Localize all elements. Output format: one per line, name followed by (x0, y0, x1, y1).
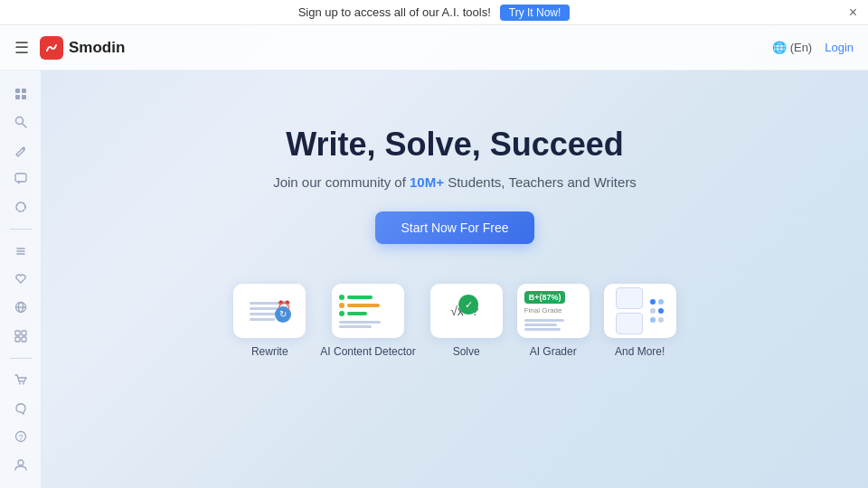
hero-title-bold: Succeed (490, 126, 624, 163)
sidebar-item-home[interactable] (5, 81, 36, 106)
nav-right: 🌐 (En) Login (772, 41, 854, 54)
svg-point-21 (18, 460, 24, 465)
features-row: ⏰ ↻ Rewrite (233, 284, 675, 358)
feature-detector-visual (332, 284, 404, 338)
sidebar-item-chat[interactable] (5, 166, 36, 191)
feature-solve-label: Solve (453, 345, 480, 358)
language-button[interactable]: 🌐 (En) (772, 41, 812, 54)
sidebar-item-favorites[interactable] (5, 267, 36, 291)
sidebar-item-support[interactable] (5, 396, 36, 420)
top-banner: Sign up to access all of our A.I. tools!… (0, 0, 868, 25)
sidebar-item-grid[interactable] (5, 324, 36, 348)
svg-rect-0 (15, 89, 20, 93)
sidebar-item-help[interactable]: ? (5, 424, 36, 448)
svg-point-17 (19, 383, 21, 385)
feature-detector-label: AI Content Detector (320, 345, 415, 358)
svg-line-5 (23, 124, 26, 127)
feature-and-more[interactable]: And More! (604, 284, 676, 358)
menu-icon[interactable]: ☰ (14, 38, 29, 58)
hero-title-part1: Write, Solve, (286, 126, 489, 163)
svg-rect-3 (22, 95, 26, 99)
feature-ai-grader[interactable]: B+(87%) Final Grade AI Grader (517, 284, 590, 358)
feature-solve-visual: √x² ? ✓ (430, 284, 503, 338)
hero-subtitle-highlight: 10M+ (410, 174, 444, 190)
feature-more-visual (604, 284, 676, 338)
hero-subtitle-post: Students, Teachers and Writers (444, 174, 637, 190)
svg-rect-13 (15, 331, 20, 335)
svg-rect-16 (22, 337, 26, 342)
main-content: Write, Solve, Succeed Join our community… (42, 70, 868, 488)
sidebar-divider-2 (10, 358, 32, 359)
try-now-button[interactable]: Try It Now! (500, 5, 571, 21)
feature-rewrite-label: Rewrite (251, 345, 288, 358)
logo-text: Smodin (69, 39, 125, 57)
svg-rect-15 (15, 337, 20, 342)
feature-ai-content-detector[interactable]: AI Content Detector (320, 284, 415, 358)
sidebar-item-list[interactable] (5, 239, 36, 263)
feature-more-label: And More! (615, 345, 665, 358)
feature-rewrite-visual: ⏰ ↻ (233, 284, 306, 338)
banner-close-button[interactable]: × (849, 5, 857, 20)
navbar: ☰ Smodin 🌐 (En) Login (0, 25, 868, 70)
svg-rect-2 (15, 95, 20, 99)
start-now-button[interactable]: Start Now For Free (375, 211, 533, 244)
sidebar-divider-1 (10, 229, 32, 230)
feature-solve[interactable]: √x² ? ✓ Solve (430, 284, 503, 358)
sidebar: ? (0, 70, 42, 488)
logo-icon (40, 36, 63, 60)
feature-grader-label: AI Grader (530, 345, 577, 358)
sidebar-item-cart[interactable] (5, 367, 36, 391)
banner-message: Sign up to access all of our A.I. tools! (298, 5, 491, 19)
feature-rewrite[interactable]: ⏰ ↻ Rewrite (233, 284, 306, 358)
sidebar-item-globe[interactable] (5, 296, 36, 320)
svg-rect-14 (22, 331, 26, 335)
hero-title: Write, Solve, Succeed (286, 125, 623, 164)
svg-rect-1 (22, 89, 26, 93)
sidebar-item-user[interactable] (5, 453, 36, 477)
svg-point-4 (15, 117, 23, 125)
sidebar-item-rewrite[interactable] (5, 195, 36, 220)
svg-point-18 (23, 383, 24, 385)
svg-text:?: ? (18, 433, 23, 442)
sidebar-item-edit[interactable] (5, 138, 36, 163)
feature-grader-visual: B+(87%) Final Grade (517, 284, 590, 338)
login-button[interactable]: Login (825, 41, 854, 54)
sidebar-item-search[interactable] (5, 109, 36, 134)
hero-subtitle: Join our community of 10M+ Students, Tea… (273, 174, 637, 190)
svg-rect-6 (15, 174, 26, 182)
hero-subtitle-pre: Join our community of (273, 174, 410, 190)
logo-area[interactable]: Smodin (40, 36, 125, 60)
